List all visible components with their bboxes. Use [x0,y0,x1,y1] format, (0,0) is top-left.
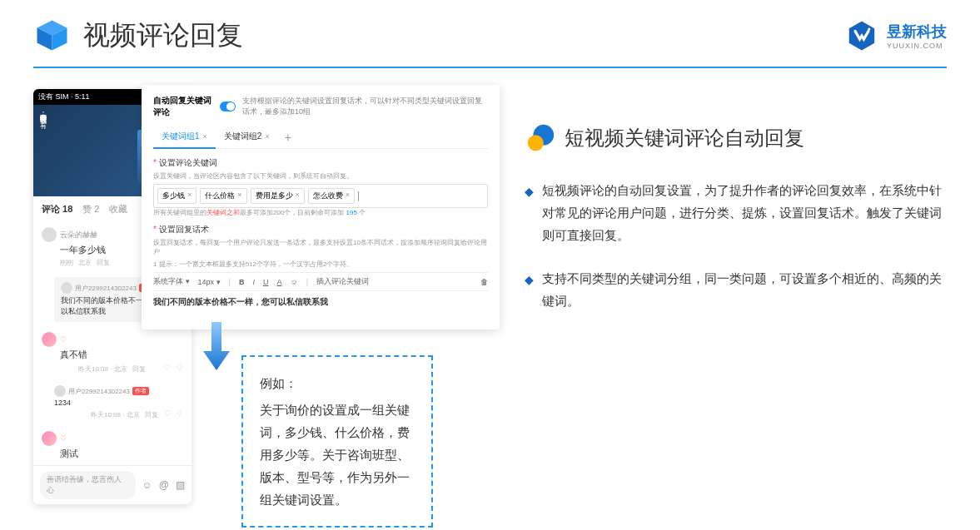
svg-point-2 [528,135,544,151]
tag[interactable]: 什么价格× [200,188,246,204]
tag[interactable]: 费用是多少× [251,188,305,204]
logo-main-text: 昱新科技 [887,22,947,42]
emoji-icon[interactable]: ☺ [142,479,152,491]
close-icon[interactable]: × [203,132,207,141]
config-desc: 支持根据评论的关键词设置回复话术，可以针对不同类型关键词设置回复话术，最多添加1… [242,96,488,117]
avatar [54,385,66,397]
emoji-button[interactable]: ☺ [290,278,297,286]
at-icon[interactable]: @ [159,479,169,491]
tag-remove-icon[interactable]: × [296,191,300,201]
config-tab-1[interactable]: 关键词组1× [153,126,216,148]
comment-input-bar: 善语结善缘，恶言伤人心 ☺ @ ▧ [33,465,192,504]
tag-remove-icon[interactable]: × [187,191,192,201]
keyword-tags[interactable]: 多少钱× 什么价格× 费用是多少× 怎么收费× [153,184,488,208]
logo-hex-icon [845,19,878,52]
config-panel: 自动回复关键词评论 支持根据评论的关键词设置回复话术，可以针对不同类型关键词设置… [142,85,500,329]
editor-toolbar: 系统字体 ▾ 14px ▾ | B I U A ☺ | 插入评论关键词 🗑 [153,272,488,291]
tag[interactable]: 怎么收费× [308,188,355,204]
keywords-label: 设置评论关键词 [153,157,488,169]
size-select[interactable]: 14px ▾ [198,278,221,286]
tip-hint: 1 提示：一个富文本框最多支持512个字符，一个汉字占用2个字符。 [153,260,488,269]
bullet-1: ◆ 短视频评论的自动回复设置，为了提升作者的评论回复效率，在系统中针对常见的评论… [525,179,947,246]
logo-sub-text: YUUXIN.COM [887,42,947,50]
section-title: 短视频关键词评论自动回复 [565,125,804,151]
insert-keyword-button[interactable]: 插入评论关键词 [316,276,369,287]
dislike-icon[interactable]: ♢ [176,363,183,372]
company-logo: 昱新科技 YUUXIN.COM [845,19,947,52]
color-button[interactable]: A [276,278,281,286]
bold-button[interactable]: B [239,278,245,286]
header-divider [33,67,947,68]
avatar [42,227,57,242]
avatar [61,282,72,294]
image-icon[interactable]: ▧ [176,479,185,491]
reply-label: 设置回复话术 [153,224,488,235]
svg-point-0 [868,27,870,30]
arrow-down-icon [200,322,233,372]
avatar [42,332,57,347]
heart-icon[interactable]: ♡ [164,409,172,418]
config-title: 自动回复关键词评论 [153,95,213,118]
page-title: 视频评论回复 [83,17,243,54]
close-icon[interactable]: × [265,132,269,141]
tab-comments[interactable]: 评论 18 [42,203,72,215]
italic-button[interactable]: I [252,278,255,286]
reply-hint: 设置回复话术，每回复一个用户评论只发送一条话术，最多支持设置10条不同话术，按添… [153,238,488,256]
font-select[interactable]: 系统字体 ▾ [153,276,190,287]
diamond-bullet-icon: ◆ [525,270,534,312]
delete-button[interactable]: 🗑 [480,278,488,286]
add-tab-button[interactable]: + [278,126,298,148]
tag-remove-icon[interactable]: × [346,191,350,201]
chat-bubble-icon [525,122,556,154]
example-box: 例如： 关于询价的设置成一组关键词，多少钱、什么价格，费用多少等。关于咨询班型、… [241,355,433,528]
underline-button[interactable]: U [263,278,269,286]
tab-likes[interactable]: 赞 2 [82,203,99,215]
diamond-bullet-icon: ◆ [525,181,534,246]
cube-icon [33,17,71,54]
bullet-2: ◆ 支持不同类型的关键词分组，同一类问题，可设置多个相近的、高频的关键词。 [525,267,947,312]
toggle-switch[interactable] [220,102,236,111]
count-hint: 所有关键词组里的关键词之和最多可添加200个，目前剩余可添加 195 个 [153,208,488,217]
tag[interactable]: 多少钱× [157,188,196,204]
keywords-hint: 设置关键词，当评论区内容包含了以下关键词，则系统可自动回复。 [153,171,488,181]
comment-2: ♡ 真不错 昨天10:08 · 北京回复♡ ♢ [33,327,192,379]
heart-icon[interactable]: ♡ [163,363,171,372]
example-body: 关于询价的设置成一组关键词，多少钱、什么价格，费用多少等。关于咨询班型、版本、型… [260,399,415,511]
comment-3: ♡ 测试 [33,426,192,465]
dislike-icon[interactable]: ♢ [176,409,183,418]
tag-remove-icon[interactable]: × [237,191,241,201]
avatar [42,431,57,446]
editor-content[interactable]: 我们不同的版本价格不一样，您可以私信联系我 [153,291,488,313]
tab-favorites[interactable]: 收藏 [109,203,127,215]
config-tab-2[interactable]: 关键词组2× [216,126,278,148]
example-title: 例如： [260,372,415,394]
reply-2: 用户2299214302243作者 1234 昨天10:08 · 北京回复♡ ♢ [54,384,183,421]
comment-input[interactable]: 善语结善缘，恶言伤人心 [40,471,136,499]
